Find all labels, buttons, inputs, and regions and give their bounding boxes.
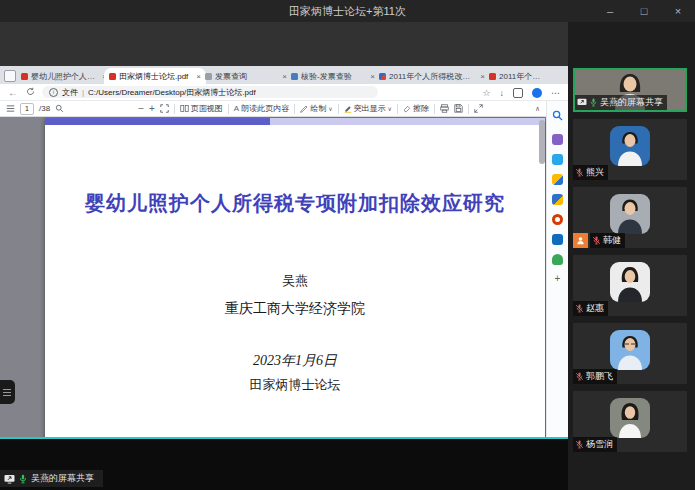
maximize-button[interactable]: □	[627, 0, 661, 22]
avatar	[610, 330, 650, 370]
participant-tile-xiongxing[interactable]: 熊兴	[573, 119, 687, 180]
mic-muted-icon	[592, 236, 601, 245]
share-banner-label: 吴燕的屏幕共享	[31, 472, 94, 485]
sidebar-outlook-icon[interactable]	[552, 234, 563, 245]
erase-label: 擦除	[413, 103, 429, 114]
pdf-viewer[interactable]: 婴幼儿照护个人所得税专项附加扣除效应研究 吴燕 重庆工商大学经济学院 2023年…	[0, 117, 546, 437]
host-badge	[573, 233, 588, 248]
participant-tile-yangxuerun[interactable]: 杨雪润	[573, 391, 687, 452]
page-total-label: /38	[39, 104, 50, 113]
draw-button[interactable]: 绘制 ∨	[300, 103, 332, 114]
sidebar-tree-icon[interactable]	[552, 254, 563, 265]
save-icon[interactable]	[454, 104, 463, 113]
zoom-out-icon[interactable]: −	[138, 103, 144, 114]
tile-label: 郭鹏飞	[573, 369, 617, 384]
pdf-file-icon	[489, 73, 496, 80]
fit-page-icon[interactable]	[160, 104, 169, 113]
slide-page: 婴幼儿照护个人所得税专项附加扣除效应研究 吴燕 重庆工商大学经济学院 2023年…	[45, 118, 545, 437]
participants-panel: 吴燕的屏幕共享 熊兴	[568, 22, 695, 490]
tab-pdf-active[interactable]: 田家炳博士论坛.pdf ×	[104, 68, 206, 84]
address-bar[interactable]: i 文件 | C:/Users/Dreamer/Desktop/田家炳博士论坛.…	[42, 86, 378, 98]
read-aloud-button[interactable]: A 朗读此页内容	[234, 103, 289, 114]
fullscreen-icon[interactable]	[474, 104, 483, 113]
participant-tile-guopengfei[interactable]: 郭鹏飞	[573, 323, 687, 384]
avatar	[610, 398, 650, 438]
chevron-down-icon: ∨	[388, 105, 392, 112]
read-aloud-icon: A	[234, 104, 239, 113]
close-button[interactable]: ×	[661, 0, 695, 22]
erase-button[interactable]: 擦除	[403, 103, 429, 114]
stage-background-top	[0, 22, 568, 66]
extensions-icon[interactable]	[513, 88, 523, 98]
sidebar-app-icon[interactable]	[552, 174, 563, 185]
participant-tile-zhaohui[interactable]: 赵惠	[573, 255, 687, 316]
highlighter-icon	[344, 105, 352, 113]
highlight-label: 突出显示	[354, 103, 386, 114]
profile-avatar[interactable]	[532, 88, 542, 98]
sidebar-add-icon[interactable]: +	[555, 274, 561, 284]
mic-muted-icon	[575, 168, 584, 177]
tile-label: 赵惠	[573, 301, 608, 316]
pdf-search-icon[interactable]	[55, 104, 64, 113]
read-aloud-label: 朗读此页内容	[241, 103, 289, 114]
participant-tile-hanjian[interactable]: 韩健	[573, 187, 687, 248]
site-icon	[379, 73, 386, 80]
address-separator: |	[82, 88, 84, 97]
back-icon[interactable]: ←	[8, 85, 18, 100]
tab-invoice-check[interactable]: 核验-发票查验 ×	[286, 68, 380, 84]
mic-on-icon	[589, 98, 598, 107]
window-controls: – □ ×	[593, 0, 695, 22]
refresh-icon[interactable]	[26, 85, 35, 100]
tab-tax-reform-2[interactable]: 2011年个…	[484, 68, 568, 84]
mic-on-icon	[18, 474, 28, 484]
mic-muted-icon	[575, 304, 584, 313]
tab-invoice-query[interactable]: 发票查询 ×	[200, 68, 292, 84]
tab-title: 发票查询	[215, 71, 279, 82]
tab-title: 婴幼儿照护个人所得税专项附…	[31, 71, 99, 82]
toolbar-collapse-icon[interactable]: ∧	[535, 105, 540, 113]
minimize-button[interactable]: –	[593, 0, 627, 22]
share-region-edge	[0, 437, 568, 439]
tab-tax-reform[interactable]: 2011年个人所得税改革的… ×	[374, 68, 490, 84]
tab-search-icon[interactable]	[4, 70, 16, 82]
sidebar-search-icon[interactable]	[552, 107, 563, 125]
page-number-input[interactable]: 1	[20, 103, 34, 115]
avatar	[610, 126, 650, 166]
slide-author: 吴燕	[45, 272, 545, 290]
chevron-down-icon: ∨	[328, 105, 332, 112]
sidebar-app-icon[interactable]	[552, 154, 563, 165]
mic-muted-icon	[575, 440, 584, 449]
slide-affiliation: 重庆工商大学经济学院	[45, 300, 545, 318]
page-info-icon[interactable]: i	[49, 88, 58, 97]
panel-toggle-handle[interactable]	[0, 380, 15, 404]
handle-lines-icon	[3, 389, 11, 390]
highlight-button[interactable]: 突出显示 ∨	[344, 103, 392, 114]
tile-label: 吴燕的屏幕共享	[575, 95, 667, 110]
host-person-icon	[576, 236, 585, 245]
shared-screen-browser: 婴幼儿照护个人所得税专项附… × 田家炳博士论坛.pdf × 发票查询 × 核验…	[0, 66, 568, 437]
favorite-star-icon[interactable]: ☆	[482, 88, 490, 98]
slide-date: 2023年1月6日	[45, 352, 545, 370]
participant-name: 熊兴	[586, 166, 604, 179]
browser-menu-icon[interactable]: ⋯	[551, 88, 560, 98]
participant-tile-wuyan[interactable]: 吴燕的屏幕共享	[573, 68, 687, 112]
participant-name: 郭鹏飞	[586, 370, 613, 383]
pdf-scrollbar-thumb[interactable]	[539, 120, 545, 164]
document-icon	[205, 73, 212, 80]
print-icon[interactable]	[440, 104, 449, 113]
sidebar-office-icon[interactable]	[552, 214, 563, 225]
pdf-menu-icon[interactable]	[6, 104, 15, 113]
screen-share-banner: 吴燕的屏幕共享	[0, 470, 103, 487]
tab-pdf-1[interactable]: 婴幼儿照护个人所得税专项附… ×	[16, 68, 112, 84]
pdf-toolbar: 1 /38 − + 页面视图 A 朗读此页内容 绘制 ∨ 突出显示	[0, 101, 546, 117]
avatar	[610, 262, 650, 302]
tab-title: 田家炳博士论坛.pdf	[119, 71, 193, 82]
zoom-in-icon[interactable]: +	[149, 103, 155, 114]
downloads-icon[interactable]: ↓	[500, 88, 505, 98]
address-scheme: 文件	[62, 87, 78, 98]
sidebar-copilot-icon[interactable]	[552, 134, 563, 145]
mic-muted-icon	[575, 372, 584, 381]
page-view-button[interactable]: 页面视图	[180, 103, 223, 114]
sidebar-app-icon[interactable]	[552, 194, 563, 205]
pdf-file-icon	[21, 73, 28, 80]
